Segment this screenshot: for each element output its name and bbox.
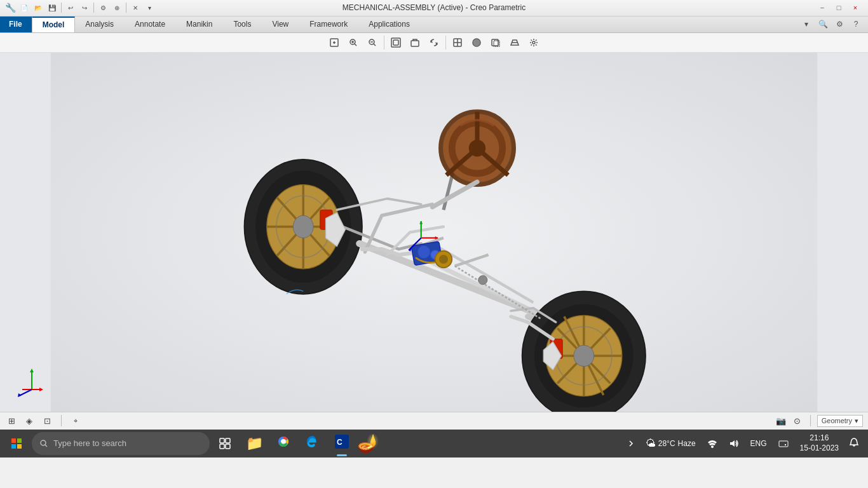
toolbar-separator (384, 36, 384, 50)
tab-framework[interactable]: Framework (299, 17, 358, 32)
more-qa-button[interactable]: ⊕ (111, 1, 123, 14)
ime-icon-area[interactable] (773, 438, 794, 449)
temperature: 28°C (658, 439, 675, 448)
svg-point-73 (281, 440, 286, 444)
display-options-button[interactable] (525, 34, 543, 51)
taskbar-file-explorer[interactable]: 📁 (240, 430, 268, 458)
separator (126, 3, 126, 13)
clock-date: 15-01-2023 (800, 444, 839, 454)
svg-marker-58 (39, 388, 43, 391)
settings-button[interactable]: ⚙ (832, 17, 846, 31)
clock-time: 21:16 (800, 433, 839, 444)
redo-button[interactable]: ↪ (78, 1, 91, 14)
undo-button[interactable]: ↩ (64, 1, 77, 14)
tab-view[interactable]: View (262, 17, 299, 32)
svg-point-65 (41, 440, 46, 445)
svg-text:C: C (337, 438, 342, 447)
geometry-dropdown[interactable]: Geometry ▾ (817, 415, 863, 427)
viewport-area[interactable] (0, 53, 868, 412)
regenerate-button[interactable]: ⚙ (97, 1, 109, 14)
svg-point-48 (478, 275, 487, 284)
keyboard-icon (778, 438, 789, 449)
spin-button[interactable] (425, 34, 443, 51)
coordinate-icon[interactable]: ⌖ (69, 414, 82, 427)
svg-point-31 (469, 140, 485, 156)
axis-indicator (13, 361, 51, 399)
qa-dropdown[interactable]: ▾ (143, 1, 156, 14)
chrome-icon (276, 435, 290, 452)
language-indicator[interactable]: ENG (745, 439, 772, 448)
maximize-button[interactable]: □ (831, 1, 846, 14)
layers-icon[interactable]: ◈ (23, 414, 36, 427)
task-view-button[interactable] (211, 430, 239, 458)
weather-condition: Haze (678, 439, 696, 448)
ribbon-collapse-button[interactable]: ▾ (799, 17, 813, 31)
system-clock[interactable]: 21:16 15-01-2023 (795, 433, 844, 453)
taskbar-chrome[interactable] (269, 430, 297, 458)
geometry-dropdown-arrow: ▾ (855, 417, 858, 425)
open-button[interactable]: 📂 (32, 1, 44, 14)
start-button[interactable] (3, 430, 31, 458)
ribbon: File Model Analysis Annotate Manikin Too… (0, 17, 868, 33)
hidden-lines-button[interactable] (487, 34, 505, 51)
perspective-button[interactable] (506, 34, 524, 51)
minimize-button[interactable]: − (815, 1, 830, 14)
tab-analysis[interactable]: Analysis (75, 17, 125, 32)
geometry-selector[interactable]: Geometry ▾ (817, 415, 863, 427)
geometry-label: Geometry (822, 417, 852, 424)
taskbar-search[interactable]: Type here to search (32, 432, 210, 455)
help-button[interactable]: ? (849, 17, 863, 31)
model-tree-icon[interactable]: ⊞ (5, 414, 18, 427)
taskbar-edge[interactable] (299, 430, 327, 458)
view-manager-icon[interactable]: ⊡ (41, 414, 53, 427)
save-button[interactable]: 💾 (46, 1, 58, 14)
volume-icon-area[interactable] (724, 438, 744, 449)
svg-rect-63 (11, 444, 16, 449)
view-toolbar (0, 33, 868, 53)
toolbar-separator (445, 36, 446, 50)
tab-manikin[interactable]: Manikin (176, 17, 223, 32)
refit-button[interactable] (387, 34, 405, 51)
tab-model[interactable]: Model (32, 17, 76, 32)
system-tray: 🌤 28°C Haze (623, 430, 865, 458)
zoom-in-button[interactable] (344, 34, 362, 51)
show-hidden-icons-button[interactable] (623, 430, 639, 458)
notification-center-button[interactable] (845, 437, 863, 450)
titlebar-controls: − □ × (815, 1, 863, 14)
assembly-viewport (0, 53, 868, 412)
svg-rect-77 (779, 441, 788, 447)
network-icon-area[interactable] (702, 438, 722, 449)
tab-applications[interactable]: Applications (358, 17, 421, 32)
close-window-button[interactable]: ✕ (129, 1, 142, 14)
separator (93, 3, 94, 13)
tab-tools[interactable]: Tools (223, 17, 262, 32)
svg-point-45 (574, 345, 594, 367)
statusbar-right: 📷 ⊙ Geometry ▾ (775, 414, 863, 427)
zoom-out-button[interactable] (363, 34, 381, 51)
zoom-to-fit-button[interactable] (325, 34, 343, 51)
taskbar-creo[interactable]: C (328, 430, 356, 458)
app-icon: 🔧 (5, 3, 15, 13)
orient-button[interactable] (406, 34, 424, 51)
new-button[interactable]: 📄 (18, 1, 31, 14)
camera-icon[interactable]: 📷 (775, 414, 787, 427)
shading-button[interactable] (468, 34, 485, 51)
taskbar-apps: 📁 (240, 430, 356, 458)
tab-annotate[interactable]: Annotate (125, 17, 176, 32)
tab-file[interactable]: File (0, 17, 32, 32)
svg-marker-60 (18, 393, 22, 397)
weather-widget[interactable]: 🌤 28°C Haze (641, 438, 701, 449)
svg-line-66 (45, 445, 47, 447)
wireframe-button[interactable] (449, 34, 466, 51)
edge-icon (306, 435, 320, 452)
svg-rect-70 (226, 444, 230, 449)
close-button[interactable]: × (848, 1, 863, 14)
svg-rect-67 (220, 438, 224, 443)
display-icon[interactable]: ⊙ (791, 414, 804, 427)
separator (61, 3, 62, 13)
svg-point-33 (417, 245, 431, 259)
svg-rect-4 (393, 40, 398, 45)
search-ribbon-button[interactable]: 🔍 (816, 17, 830, 31)
volume-icon (729, 438, 739, 449)
network-icon (707, 438, 717, 449)
